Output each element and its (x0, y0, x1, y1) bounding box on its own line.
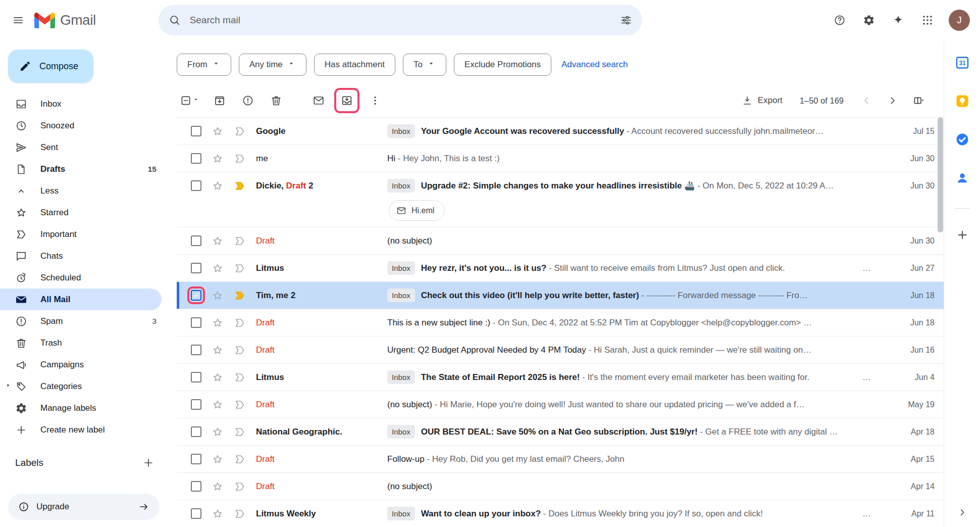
settings-button[interactable] (857, 8, 881, 32)
search-button[interactable] (163, 8, 187, 32)
scrollbar-thumb[interactable] (938, 117, 943, 232)
email-row[interactable]: Draft(no subject)Jun 30 (177, 227, 944, 255)
star-icon[interactable] (212, 317, 224, 329)
mark-as-read-button[interactable] (307, 89, 330, 112)
newer-page-button[interactable] (855, 89, 878, 112)
importance-marker-icon[interactable] (234, 125, 246, 137)
filter-chip-has-attachment[interactable]: Has attachment (314, 54, 395, 76)
pagination-label[interactable]: 1–50 of 169 (800, 96, 844, 106)
email-checkbox[interactable] (191, 153, 201, 164)
sidebar-item-spam[interactable]: Spam3 (0, 310, 162, 332)
move-to-inbox-button[interactable] (335, 89, 358, 112)
email-checkbox[interactable] (191, 372, 201, 382)
chevron-down-icon[interactable] (192, 95, 200, 106)
account-avatar[interactable]: J (949, 10, 970, 31)
search-input[interactable] (187, 15, 614, 26)
tasks-button[interactable] (951, 128, 973, 151)
importance-marker-icon[interactable] (234, 262, 246, 274)
email-checkbox[interactable] (191, 263, 201, 273)
email-row[interactable]: Tim, me 2InboxCheck out this video (it'l… (177, 282, 944, 309)
star-icon[interactable] (212, 399, 224, 411)
email-checkbox[interactable] (191, 235, 201, 246)
importance-marker-icon[interactable] (234, 317, 246, 329)
upgrade-button[interactable]: Upgrade (8, 494, 160, 520)
older-page-button[interactable] (881, 89, 904, 112)
sidebar-item-inbox[interactable]: Inbox (0, 93, 162, 115)
compose-button[interactable]: Compose (8, 50, 93, 83)
advanced-search-link[interactable]: Advanced search (561, 60, 628, 70)
star-icon[interactable] (212, 235, 224, 247)
email-row[interactable]: Draft(no subject)Apr 14 (177, 473, 944, 500)
sidebar-item-starred[interactable]: Starred (0, 202, 162, 223)
sidebar-item-sent[interactable]: Sent (0, 136, 162, 158)
sidebar-item-drafts[interactable]: Drafts15 (0, 158, 162, 180)
filter-chip-exclude-promotions[interactable]: Exclude Promotions (454, 54, 551, 76)
search-bar[interactable] (159, 5, 642, 35)
sidebar-item-chats[interactable]: Chats (0, 245, 162, 267)
importance-marker-icon[interactable] (234, 426, 246, 438)
get-addons-button[interactable] (951, 224, 973, 246)
star-icon[interactable] (212, 125, 224, 137)
sidebar-item-create-new-label[interactable]: Create new label (0, 419, 162, 441)
importance-marker-icon[interactable] (234, 399, 246, 411)
importance-marker-icon[interactable] (234, 235, 246, 247)
importance-marker-icon[interactable] (234, 290, 246, 302)
star-icon[interactable] (212, 508, 224, 520)
filter-chip-from[interactable]: From (177, 54, 231, 76)
archive-button[interactable] (208, 89, 231, 112)
email-checkbox[interactable] (191, 180, 201, 191)
sidebar-item-campaigns[interactable]: Campaigns (0, 354, 162, 375)
calendar-button[interactable]: 31 (951, 52, 973, 74)
star-icon[interactable] (212, 153, 224, 165)
sidebar-item-important[interactable]: Important (0, 223, 162, 245)
email-row[interactable]: LitmusInboxThe State of Email Report 202… (177, 364, 944, 391)
email-row[interactable]: Dickie, Draft 2InboxUpgrade #2: Simple c… (177, 172, 944, 227)
sidebar-item-snoozed[interactable]: Snoozed (0, 115, 162, 136)
delete-button[interactable] (265, 89, 288, 112)
contacts-button[interactable] (951, 167, 973, 189)
star-icon[interactable] (212, 344, 224, 356)
filter-chip-to[interactable]: To (403, 54, 446, 76)
sidebar-item-categories[interactable]: Categories (0, 375, 162, 397)
email-checkbox[interactable] (191, 399, 201, 410)
email-row[interactable]: DraftFollow-up - Hey Rob, Did you get my… (177, 446, 944, 473)
importance-marker-icon[interactable] (234, 153, 246, 165)
search-options-button[interactable] (614, 8, 638, 32)
google-apps-button[interactable] (915, 8, 940, 32)
importance-marker-icon[interactable] (234, 344, 246, 356)
star-icon[interactable] (212, 481, 224, 493)
sidebar-item-scheduled[interactable]: Scheduled (0, 267, 162, 289)
sidebar-item-trash[interactable]: Trash (0, 332, 162, 354)
email-row[interactable]: National Geographic.InboxOUR BEST DEAL: … (177, 418, 944, 446)
importance-marker-icon[interactable] (234, 371, 246, 384)
select-all-checkbox[interactable] (177, 89, 203, 112)
sidebar-item-all-mail[interactable]: All Mail (0, 289, 162, 310)
email-row[interactable]: Litmus WeeklyInboxWant to clean up your … (177, 500, 944, 527)
star-icon[interactable] (212, 262, 224, 274)
main-menu-button[interactable] (6, 8, 30, 32)
email-row[interactable]: Draft(no subject) - Hi Marie, Hope you'r… (177, 391, 944, 418)
scrollbar[interactable] (937, 117, 944, 527)
attachment-chip[interactable]: Hi.eml (389, 200, 445, 221)
export-button[interactable]: Export (736, 89, 789, 112)
email-row[interactable]: LitmusInboxHey rezr, it's not you... is … (177, 255, 944, 282)
star-icon[interactable] (212, 453, 224, 465)
email-checkbox[interactable] (191, 454, 201, 464)
gmail-logo[interactable]: Gmail (30, 12, 100, 28)
email-checkbox[interactable] (191, 345, 201, 355)
email-checkbox[interactable] (191, 317, 201, 328)
more-options-button[interactable] (364, 89, 387, 112)
email-row[interactable]: meHi - Hey John, This is a test :)Jun 30 (177, 145, 944, 172)
importance-marker-icon[interactable] (234, 481, 246, 493)
email-checkbox[interactable] (191, 290, 201, 301)
star-icon[interactable] (212, 426, 224, 438)
email-checkbox[interactable] (191, 508, 201, 519)
email-checkbox[interactable] (191, 426, 201, 437)
filter-chip-any-time[interactable]: Any time (239, 54, 306, 76)
importance-marker-icon[interactable] (234, 180, 246, 192)
email-row[interactable]: GoogleInboxYour Google Account was recov… (177, 118, 944, 145)
email-checkbox[interactable] (191, 481, 201, 492)
sidebar-item-less[interactable]: Less (0, 180, 162, 202)
email-checkbox[interactable] (191, 126, 201, 136)
split-pane-toggle-button[interactable] (907, 89, 931, 112)
